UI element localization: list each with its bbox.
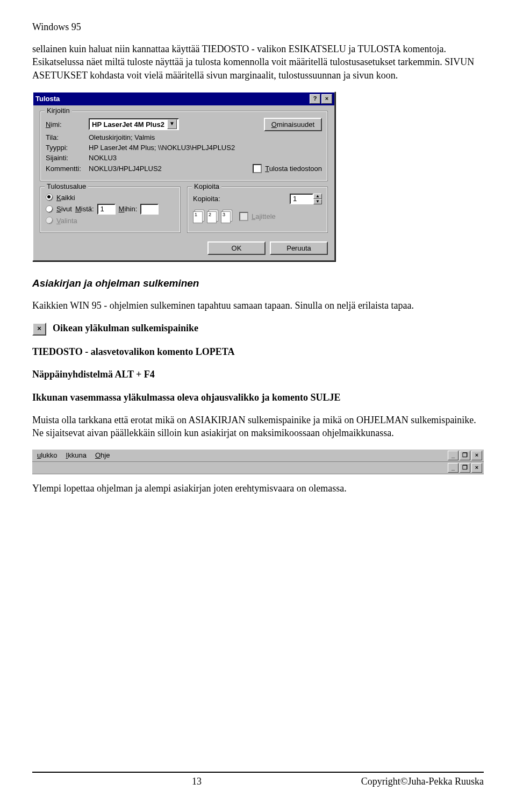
paragraph-upper-lower: Ylempi lopettaa ohjelman ja alempi asiak… — [32, 482, 484, 495]
status-value: Oletuskirjoitin; Valmis — [89, 133, 155, 141]
collate-preview-icon: 11 22 33 — [193, 210, 233, 224]
copyright: Copyright©Juha-Pekka Ruuska — [361, 776, 484, 787]
comment-label: Kommentti: — [46, 165, 89, 173]
intro-paragraph: sellainen kuin haluat niin kannattaa käy… — [32, 42, 484, 82]
from-label: Mistä: — [75, 205, 94, 213]
where-value: NOKLU3 — [89, 154, 117, 162]
copies-spinner[interactable]: 1 ▲▼ — [290, 194, 322, 204]
spin-up-icon[interactable]: ▲ — [313, 194, 322, 199]
copies-group-title: Kopioita — [192, 182, 221, 190]
page-number: 13 — [192, 776, 202, 787]
maximize-icon[interactable]: ❐ — [460, 451, 470, 460]
doc-maximize-icon[interactable]: ❐ — [460, 463, 470, 473]
type-label: Tyyppi: — [46, 144, 89, 152]
properties-button[interactable]: Ominaisuudet — [264, 118, 322, 131]
paragraph-methods-intro: Kaikkien WIN 95 - ohjelmien sulkeminen t… — [32, 299, 484, 312]
status-label: Tila: — [46, 133, 89, 141]
close-button[interactable]: × — [321, 94, 332, 104]
printer-name: HP LaserJet 4M Plus2 — [92, 120, 164, 129]
radio-pages[interactable] — [46, 205, 53, 213]
from-input[interactable]: 1 — [97, 204, 116, 215]
menu-item-3[interactable]: Ohje — [92, 451, 113, 460]
method-alt-f4: Näppäinyhdistelmä ALT + F4 — [32, 368, 484, 381]
radio-selection — [46, 217, 53, 224]
copies-label: Kopioita: — [193, 195, 220, 203]
copies-group: Kopioita Kopioita: 1 ▲▼ 11 22 33 — [187, 187, 328, 233]
where-label: Sijainti: — [46, 154, 89, 162]
close-icon: × — [32, 323, 46, 336]
collate-label: Lajittele — [252, 212, 276, 220]
radio-selection-label: Valinta — [56, 217, 77, 225]
to-input[interactable] — [140, 204, 159, 215]
printer-group-title: Kirjoitin — [45, 106, 72, 115]
dialog-titlebar: Tulosta ? × — [33, 92, 334, 105]
help-button[interactable]: ? — [310, 94, 320, 104]
method-control-menu: Ikkunan vasemmassa yläkulmassa oleva ohj… — [32, 391, 484, 404]
copies-input[interactable]: 1 — [290, 194, 313, 204]
radio-all-label: Kaikki — [56, 194, 75, 202]
menu-item-2[interactable]: Ikkuna — [63, 451, 90, 460]
method-close-button: ×Oikean yläkulman sulkemispainike — [32, 322, 484, 336]
dialog-title: Tulosta — [35, 95, 60, 103]
radio-all[interactable] — [46, 194, 53, 201]
minimize-icon[interactable]: _ — [448, 451, 458, 460]
close-window-icon[interactable]: × — [471, 451, 482, 460]
menu-item-1[interactable]: ulukko — [34, 451, 61, 460]
page-footer: 13 Copyright©Juha-Pekka Ruuska — [32, 772, 484, 787]
print-to-file-checkbox[interactable] — [253, 164, 262, 173]
paragraph-careful: Muista olla tarkkana että erotat mikä on… — [32, 414, 484, 440]
name-label: Nimi: — [46, 120, 89, 129]
spin-down-icon[interactable]: ▼ — [313, 199, 322, 204]
print-to-file-label: Tulosta tiedostoon — [265, 165, 322, 173]
doc-close-icon[interactable]: × — [471, 463, 482, 473]
comment-value: NOKLU3/HPLJ4PLUS2 — [89, 165, 162, 173]
dropdown-arrow-icon[interactable]: ▼ — [167, 119, 177, 129]
to-label: Mihin: — [119, 205, 138, 213]
collate-checkbox — [239, 212, 248, 221]
cancel-button[interactable]: Peruuta — [270, 241, 328, 255]
range-group: Tulostusalue Kaikki Sivut Mistä: 1 Mihin… — [40, 187, 181, 233]
printer-select[interactable]: HP LaserJet 4M Plus2 ▼ — [89, 118, 179, 130]
range-group-title: Tulostusalue — [45, 182, 88, 190]
radio-pages-label: Sivut — [56, 205, 72, 213]
print-dialog: Tulosta ? × Kirjoitin Nimi: HP LaserJet … — [32, 91, 335, 261]
method-file-exit: TIEDOSTO - alasvetovalikon komento LOPET… — [32, 345, 484, 358]
type-value: HP LaserJet 4M Plus; \\NOKLU3\HPLJ4PLUS2 — [89, 144, 235, 152]
doc-minimize-icon[interactable]: _ — [448, 463, 458, 473]
printer-group: Kirjoitin Nimi: HP LaserJet 4M Plus2 ▼ O… — [40, 111, 328, 181]
ok-button[interactable]: OK — [207, 241, 266, 255]
menubar-screenshot: ulukko Ikkuna Ohje _ ❐ × _ ❐ × — [32, 450, 484, 474]
page-header: Windows 95 — [32, 22, 484, 33]
section-heading: Asiakirjan ja ohjelman sulkeminen — [32, 277, 484, 289]
